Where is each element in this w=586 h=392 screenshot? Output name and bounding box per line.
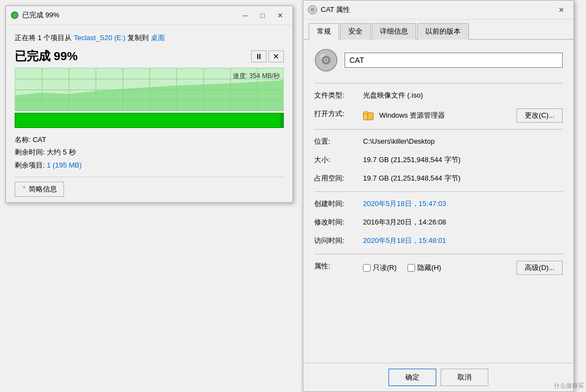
modified-label: 修改时间: (314, 217, 363, 227)
copy-stat-name: 名称: CAT (15, 133, 284, 146)
filetype-label: 文件类型: (314, 90, 363, 100)
ok-btn[interactable]: 确定 (388, 369, 436, 386)
disksize-label: 占用空间: (314, 173, 363, 183)
props-window-title: CAT 属性 (321, 5, 553, 15)
readonly-checkbox[interactable] (363, 264, 371, 272)
props-modified-row: 修改时间: 2016年3月20日，14:26:08 (314, 217, 563, 229)
watermark-text: 什么值得买 (554, 382, 584, 390)
copy-speed-chart: 速度: 354 MB/秒 (15, 68, 284, 111)
copy-stat-time: 剩余时间: 大约 5 秒 (15, 146, 284, 158)
props-filetype-row: 文件类型: 光盘映像文件 (.iso) (314, 90, 563, 102)
copy-cancel-btn[interactable]: ✕ (269, 50, 284, 62)
props-titlebar-controls: ✕ (553, 4, 569, 16)
props-disksize-row: 占用空间: 19.7 GB (21,251,948,544 字节) (314, 173, 563, 185)
cancel-btn[interactable]: 取消 (441, 369, 488, 386)
copy-progress-fill (15, 113, 281, 127)
copy-dest: 桌面 (151, 34, 165, 42)
properties-window: CAT 属性 ✕ 常规 安全 详细信息 以前的版本 (303, 0, 574, 392)
watermark: 什么值得买 (552, 380, 586, 392)
location-label: 位置: (314, 136, 363, 146)
svg-rect-23 (364, 112, 368, 114)
created-label: 创建时间: (314, 198, 363, 209)
props-title-icon (308, 5, 317, 15)
chevron-up-icon: ⌃ (22, 185, 27, 192)
copy-stat-items-value: 1 (195 MB) (47, 161, 81, 169)
change-open-with-btn[interactable]: 更改(C)... (517, 108, 563, 123)
openwith-label: 打开方式: (314, 108, 363, 119)
copy-summary-btn[interactable]: ⌃ 简略信息 (15, 182, 64, 197)
copy-speed-label: 速度: 354 MB/秒 (233, 72, 280, 81)
copy-percent-row: 已完成 99% ⏸ ✕ (15, 48, 284, 65)
filetype-value: 光盘映像文件 (.iso) (363, 90, 563, 101)
props-titlebar: CAT 属性 ✕ (303, 1, 574, 20)
openwith-value-row: Windows 资源管理器 更改(C)... (363, 108, 563, 123)
tab-details[interactable]: 详细信息 (372, 23, 416, 40)
copy-stat-items: 剩余项目: 1 (195 MB) (15, 159, 284, 171)
copy-maximize-btn[interactable]: □ (254, 9, 271, 21)
copy-footer: ⌃ 简略信息 (15, 177, 284, 197)
props-filename-row (314, 48, 563, 72)
tab-security[interactable]: 安全 (340, 23, 371, 40)
copy-stats: 名称: CAT 剩余时间: 大约 5 秒 剩余项目: 1 (195 MB) (15, 133, 284, 171)
copy-description: 正在将 1 个项目从 Teclast_S20 (E:) 复制到 桌面 (15, 33, 284, 44)
file-icon-large (314, 48, 338, 72)
copy-desc-middle: 复制到 (125, 34, 150, 42)
size-label: 大小: (314, 155, 363, 165)
divider-4 (314, 254, 563, 254)
props-close-btn[interactable]: ✕ (553, 4, 569, 16)
copy-summary-label: 简略信息 (29, 184, 57, 194)
readonly-checkbox-item[interactable]: 只读(R) (363, 263, 397, 273)
props-size-row: 大小: 19.7 GB (21,251,948,544 字节) (314, 155, 563, 166)
props-openwith-row: 打开方式: Windows 资源管理器 更改(C)... (314, 108, 563, 123)
props-footer: 确定 取消 (303, 363, 574, 391)
tab-previous-versions[interactable]: 以前的版本 (417, 23, 469, 40)
copy-controls: ⏸ ✕ (251, 50, 284, 62)
divider-3 (314, 191, 563, 192)
props-body: 文件类型: 光盘映像文件 (.iso) 打开方式: Windows 资源管理器 … (303, 40, 574, 363)
copy-window-icon (10, 11, 19, 20)
readonly-label: 只读(R) (373, 263, 397, 273)
svg-point-15 (312, 9, 314, 11)
disc-small-icon (308, 5, 317, 15)
location-value: C:\Users\killer\Desktop (363, 136, 563, 147)
filename-input[interactable] (345, 53, 563, 68)
copy-minimize-btn[interactable]: ─ (237, 9, 253, 21)
hidden-label: 隐藏(H) (417, 263, 441, 273)
copy-titlebar-controls: ─ □ ✕ (237, 9, 288, 21)
props-location-row: 位置: C:\Users\killer\Desktop (314, 136, 563, 148)
copy-stat-items-label: 剩余项目: (15, 161, 45, 169)
accessed-label: 访问时间: (314, 235, 363, 246)
advanced-btn[interactable]: 高级(D)... (517, 261, 563, 275)
copy-progress-window: 已完成 99% ─ □ ✕ 正在将 1 个项目从 Teclast_S20 (E:… (5, 5, 293, 203)
disksize-value: 19.7 GB (21,251,948,544 字节) (363, 173, 563, 184)
openwith-app: Windows 资源管理器 (379, 110, 511, 121)
tab-general[interactable]: 常规 (309, 23, 339, 40)
props-tabs: 常规 安全 详细信息 以前的版本 (303, 20, 574, 40)
copy-titlebar: 已完成 99% ─ □ ✕ (6, 6, 292, 25)
size-value: 19.7 GB (21,251,948,544 字节) (363, 155, 563, 165)
props-attrs-row: 属性: 只读(R) 隐藏(H) 高级(D)... (314, 261, 563, 275)
props-created-row: 创建时间: 2020年5月18日，15:47:03 (314, 198, 563, 210)
divider-2 (314, 129, 563, 130)
copy-window-title: 已完成 99% (22, 10, 237, 20)
modified-value: 2016年3月20日，14:26:08 (363, 217, 563, 228)
copy-pause-btn[interactable]: ⏸ (251, 50, 266, 62)
copy-body: 正在将 1 个项目从 Teclast_S20 (E:) 复制到 桌面 已完成 9… (6, 25, 292, 202)
attrs-label: 属性: (314, 261, 363, 271)
disc-large-icon (314, 48, 338, 72)
explorer-icon (363, 110, 374, 121)
hidden-checkbox[interactable] (407, 264, 415, 272)
copy-source: Teclast_S20 (E:) (74, 34, 125, 42)
copy-desc-prefix: 正在将 1 个项目从 (15, 34, 74, 42)
copy-progress-bar (15, 113, 284, 128)
accessed-value: 2020年5月18日，15:48:01 (363, 235, 563, 246)
svg-marker-12 (15, 80, 283, 111)
hidden-checkbox-item[interactable]: 隐藏(H) (407, 263, 441, 273)
props-accessed-row: 访问时间: 2020年5月18日，15:48:01 (314, 235, 563, 247)
created-value: 2020年5月18日，15:47:03 (363, 198, 563, 209)
copy-close-btn[interactable]: ✕ (272, 9, 288, 21)
copy-percent-label: 已完成 99% (15, 48, 78, 65)
divider-1 (314, 83, 563, 83)
attrs-controls: 只读(R) 隐藏(H) 高级(D)... (363, 261, 563, 275)
svg-point-19 (325, 59, 327, 61)
